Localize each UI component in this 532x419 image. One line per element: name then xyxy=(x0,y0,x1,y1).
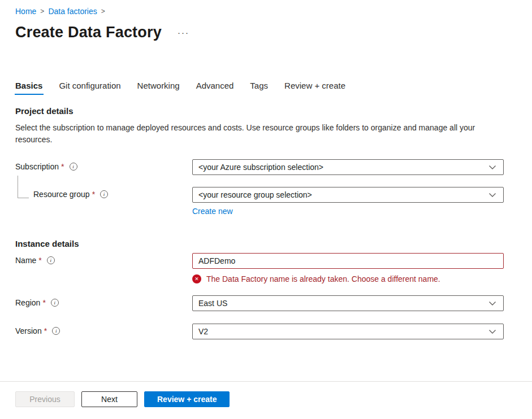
create-new-resource-group-link[interactable]: Create new xyxy=(192,207,233,216)
page-title: Create Data Factory xyxy=(15,24,162,41)
version-field-row: Version * i V2 xyxy=(15,324,517,339)
footer-divider xyxy=(0,381,532,382)
resource-group-selected-value: <your resource group selection> xyxy=(198,190,312,199)
tab-git-configuration[interactable]: Git configuration xyxy=(59,81,120,95)
project-details-form: Subscription * i <your Azure subscriptio… xyxy=(15,159,517,216)
name-input[interactable] xyxy=(192,253,504,269)
breadcrumb: Home > Data factories > xyxy=(15,7,517,16)
breadcrumb-home-link[interactable]: Home xyxy=(15,7,36,16)
tab-networking[interactable]: Networking xyxy=(137,81,180,95)
footer-actions: Previous Next Review + create xyxy=(15,391,230,407)
info-icon[interactable]: i xyxy=(70,163,77,171)
chevron-down-icon xyxy=(488,192,496,198)
instance-details-form: Name * i ✕ The Data Factory name is alre… xyxy=(15,253,517,339)
hierarchy-connector-line xyxy=(18,176,29,198)
name-label: Name * i xyxy=(15,253,192,265)
region-label-text: Region xyxy=(15,298,40,307)
resource-group-control: <your resource group selection> Create n… xyxy=(192,187,504,216)
create-data-factory-page: Home > Data factories > Create Data Fact… xyxy=(0,0,532,419)
info-icon[interactable]: i xyxy=(52,327,60,335)
info-icon[interactable]: i xyxy=(100,190,108,198)
section-heading-instance-details: Instance details xyxy=(15,239,517,248)
subscription-control: <your Azure subscription selection> xyxy=(192,159,504,175)
subscription-field-row: Subscription * i <your Azure subscriptio… xyxy=(15,159,517,175)
project-details-description: Select the subscription to manage deploy… xyxy=(15,122,487,146)
breadcrumb-data-factories-link[interactable]: Data factories xyxy=(48,7,97,16)
chevron-down-icon xyxy=(488,329,496,334)
version-dropdown[interactable]: V2 xyxy=(192,324,504,339)
error-icon: ✕ xyxy=(192,274,201,283)
resource-group-field-row: Resource group * i <your resource group … xyxy=(15,187,517,216)
version-label-text: Version xyxy=(15,326,42,335)
region-control: East US xyxy=(192,295,504,311)
required-marker: * xyxy=(44,326,47,335)
breadcrumb-separator: > xyxy=(101,7,105,15)
region-selected-value: East US xyxy=(198,299,227,308)
tab-basics[interactable]: Basics xyxy=(15,81,42,95)
name-label-text: Name xyxy=(15,256,36,265)
breadcrumb-separator: > xyxy=(40,7,44,15)
info-icon[interactable]: i xyxy=(51,299,59,307)
resource-group-dropdown[interactable]: <your resource group selection> xyxy=(192,187,504,203)
subscription-label-text: Subscription xyxy=(15,162,59,171)
region-label: Region * i xyxy=(15,295,192,307)
region-field-row: Region * i East US xyxy=(15,295,517,311)
resource-group-label: Resource group * i xyxy=(15,187,192,199)
subscription-label: Subscription * i xyxy=(15,159,192,171)
name-field-row: Name * i ✕ The Data Factory name is alre… xyxy=(15,253,517,283)
version-control: V2 xyxy=(192,324,504,339)
version-label: Version * i xyxy=(15,324,192,335)
subscription-dropdown[interactable]: <your Azure subscription selection> xyxy=(192,159,504,175)
info-icon[interactable]: i xyxy=(47,256,55,264)
more-options-icon[interactable]: ··· xyxy=(175,27,192,38)
subscription-selected-value: <your Azure subscription selection> xyxy=(198,163,323,172)
chevron-down-icon xyxy=(488,300,496,306)
required-marker: * xyxy=(42,298,45,307)
chevron-down-icon xyxy=(488,164,496,170)
next-button[interactable]: Next xyxy=(81,391,137,407)
tab-bar: Basics Git configuration Networking Adva… xyxy=(15,81,517,95)
tab-review-create[interactable]: Review + create xyxy=(284,81,345,95)
tab-advanced[interactable]: Advanced xyxy=(196,81,234,95)
version-selected-value: V2 xyxy=(198,327,208,336)
title-row: Create Data Factory ··· xyxy=(15,24,517,41)
region-dropdown[interactable]: East US xyxy=(192,295,504,311)
resource-group-label-text: Resource group xyxy=(33,190,90,199)
name-error-message: The Data Factory name is already taken. … xyxy=(206,274,440,283)
tab-tags[interactable]: Tags xyxy=(250,81,268,95)
required-marker: * xyxy=(92,190,95,199)
name-control: ✕ The Data Factory name is already taken… xyxy=(192,253,504,283)
required-marker: * xyxy=(61,162,64,171)
name-error: ✕ The Data Factory name is already taken… xyxy=(192,274,504,283)
required-marker: * xyxy=(38,256,41,265)
section-heading-project-details: Project details xyxy=(15,106,517,116)
review-create-button[interactable]: Review + create xyxy=(144,391,230,407)
previous-button[interactable]: Previous xyxy=(15,391,75,407)
